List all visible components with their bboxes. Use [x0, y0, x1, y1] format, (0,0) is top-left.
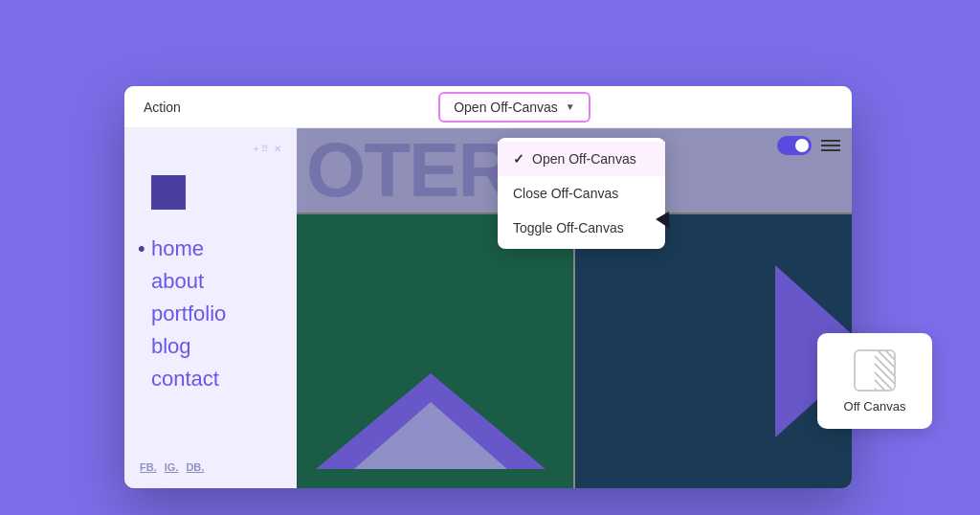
dropdown-item-label: Close Off-Canvas	[513, 186, 618, 201]
nav-item-blog[interactable]: blog	[140, 330, 281, 363]
site-nav: home about portfolio blog contact	[140, 233, 281, 395]
nav-item-contact[interactable]: contact	[140, 363, 281, 395]
dropdown-selected-label: Open Off-Canvas	[454, 100, 558, 115]
action-dropdown-button[interactable]: Open Off-Canvas ▼	[438, 92, 590, 123]
site-logo	[151, 175, 186, 210]
social-links: FB. IG. DB.	[140, 461, 204, 473]
social-ig[interactable]: IG.	[165, 461, 179, 473]
sidebar-controls: + ⠿ ✕	[140, 144, 281, 154]
check-icon: ✓	[513, 151, 524, 167]
social-fb[interactable]: FB.	[140, 461, 157, 473]
dropdown-item-label: Toggle Off-Canvas	[513, 220, 624, 235]
dropdown-item-label: Open Off-Canvas	[532, 151, 636, 167]
hamburger-menu-icon[interactable]	[821, 140, 840, 151]
toggle-switch[interactable]	[777, 136, 812, 155]
move-icon: + ⠿	[253, 144, 268, 154]
icon-right-half	[875, 351, 894, 390]
grid-cell-1	[297, 214, 573, 488]
off-canvas-icon	[854, 349, 896, 392]
browser-toolbar: Action Open Off-Canvas ▼	[124, 86, 852, 128]
chevron-down-icon: ▼	[566, 101, 575, 112]
dropdown-item-toggle[interactable]: Toggle Off-Canvas	[498, 211, 665, 245]
close-icon: ✕	[274, 144, 281, 154]
off-canvas-label: Off Canvas	[844, 399, 906, 414]
social-db[interactable]: DB.	[186, 461, 204, 473]
icon-left-half	[856, 351, 875, 390]
triangle-small	[354, 402, 507, 469]
header-controls	[777, 136, 840, 155]
nav-item-portfolio[interactable]: portfolio	[140, 298, 281, 330]
action-dropdown-menu: ✓ Open Off-Canvas Close Off-Canvas Toggl…	[498, 138, 665, 249]
dropdown-item-close[interactable]: Close Off-Canvas	[498, 176, 665, 211]
site-sidebar: + ⠿ ✕ home about portfolio blog contact …	[124, 128, 297, 488]
browser-window: Action Open Off-Canvas ▼ ✓ Open Off-Canv…	[124, 86, 852, 488]
off-canvas-card: Off Canvas	[817, 333, 932, 429]
nav-item-home[interactable]: home	[140, 233, 281, 265]
dropdown-item-open[interactable]: ✓ Open Off-Canvas	[498, 142, 665, 176]
grid-cell-2	[575, 214, 852, 488]
nav-item-about[interactable]: about	[140, 265, 281, 298]
action-label: Action	[144, 100, 181, 115]
website-content: + ⠿ ✕ home about portfolio blog contact …	[124, 128, 852, 488]
site-grid	[297, 214, 852, 488]
